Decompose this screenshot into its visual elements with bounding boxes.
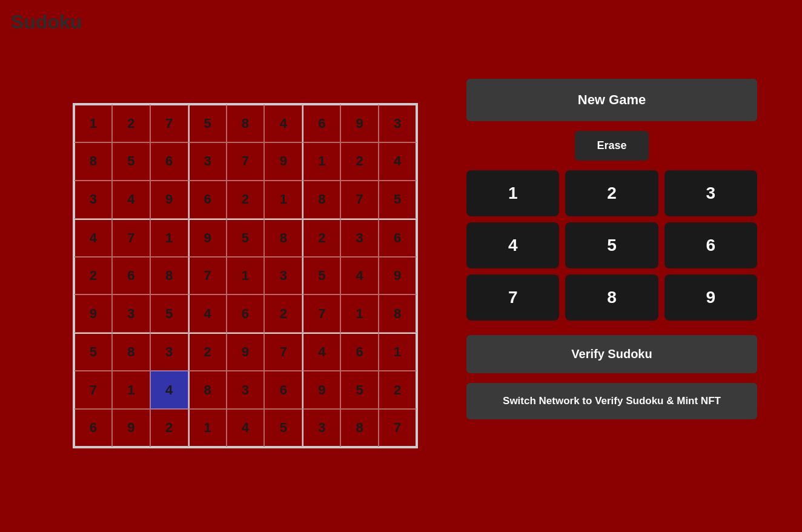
sudoku-cell[interactable]: 3: [74, 181, 112, 219]
sudoku-cell[interactable]: 6: [150, 142, 188, 181]
sudoku-cell[interactable]: 5: [74, 333, 112, 371]
sudoku-cell[interactable]: 5: [264, 409, 302, 447]
sudoku-cell[interactable]: 5: [150, 294, 188, 333]
sudoku-cell[interactable]: 6: [340, 333, 379, 371]
sudoku-cell[interactable]: 9: [150, 181, 188, 219]
sudoku-cell[interactable]: 1: [74, 104, 112, 142]
numpad-button-9[interactable]: 9: [664, 274, 757, 321]
sudoku-cell[interactable]: 5: [227, 219, 265, 257]
sudoku-cell[interactable]: 2: [340, 142, 379, 181]
sudoku-cell[interactable]: 9: [112, 409, 150, 447]
sudoku-cell[interactable]: 1: [150, 219, 188, 257]
sudoku-cell[interactable]: 5: [112, 142, 150, 181]
sudoku-cell[interactable]: 6: [74, 409, 112, 447]
sudoku-cell[interactable]: 4: [112, 181, 150, 219]
switch-network-button[interactable]: Switch Network to Verify Sudoku & Mint N…: [466, 383, 757, 419]
sudoku-cell[interactable]: 2: [74, 257, 112, 295]
numpad-button-1[interactable]: 1: [466, 170, 559, 216]
sudoku-cell[interactable]: 8: [264, 219, 302, 257]
sudoku-cell[interactable]: 7: [379, 409, 417, 447]
sudoku-cell[interactable]: 6: [379, 219, 417, 257]
sudoku-cell[interactable]: 7: [227, 142, 265, 181]
sudoku-cell[interactable]: 3: [264, 257, 302, 295]
sudoku-cell[interactable]: 3: [112, 294, 150, 333]
sudoku-cell[interactable]: 8: [74, 142, 112, 181]
sudoku-cell[interactable]: 2: [264, 294, 302, 333]
sudoku-cell[interactable]: 7: [112, 219, 150, 257]
numpad-button-5[interactable]: 5: [565, 222, 658, 268]
sudoku-cell[interactable]: 3: [302, 409, 340, 447]
sudoku-cell[interactable]: 3: [188, 142, 227, 181]
sudoku-cell[interactable]: 1: [227, 257, 265, 295]
sudoku-cell[interactable]: 8: [188, 371, 227, 409]
sudoku-cell[interactable]: 1: [302, 142, 340, 181]
sudoku-cell[interactable]: 4: [227, 409, 265, 447]
sudoku-grid: 1275846938563791243496218754719582362687…: [74, 104, 417, 447]
erase-button[interactable]: Erase: [575, 131, 648, 161]
sudoku-cell[interactable]: 6: [112, 257, 150, 295]
sudoku-grid-container: 1275846938563791243496218754719582362687…: [73, 103, 418, 448]
sudoku-cell[interactable]: 4: [379, 142, 417, 181]
new-game-button[interactable]: New Game: [466, 79, 757, 121]
numpad-button-2[interactable]: 2: [565, 170, 658, 216]
sudoku-cell[interactable]: 5: [379, 181, 417, 219]
sudoku-cell[interactable]: 3: [340, 219, 379, 257]
numpad-button-8[interactable]: 8: [565, 274, 658, 321]
sudoku-cell[interactable]: 7: [188, 257, 227, 295]
sudoku-cell[interactable]: 1: [264, 181, 302, 219]
sudoku-cell[interactable]: 1: [340, 294, 379, 333]
sudoku-cell[interactable]: 6: [188, 181, 227, 219]
verify-button[interactable]: Verify Sudoku: [466, 335, 757, 373]
sudoku-cell[interactable]: 7: [340, 181, 379, 219]
numpad-button-7[interactable]: 7: [466, 274, 559, 321]
sudoku-cell[interactable]: 4: [340, 257, 379, 295]
sudoku-cell[interactable]: 8: [302, 181, 340, 219]
sudoku-cell[interactable]: 7: [302, 294, 340, 333]
sudoku-cell[interactable]: 4: [74, 219, 112, 257]
sudoku-cell[interactable]: 1: [379, 333, 417, 371]
sudoku-cell[interactable]: 8: [112, 333, 150, 371]
sudoku-cell[interactable]: 6: [227, 294, 265, 333]
sudoku-cell[interactable]: 9: [227, 333, 265, 371]
numpad-button-6[interactable]: 6: [664, 222, 757, 268]
sudoku-cell[interactable]: 3: [227, 371, 265, 409]
sudoku-cell[interactable]: 9: [340, 104, 379, 142]
sudoku-cell[interactable]: 1: [188, 409, 227, 447]
sudoku-cell[interactable]: 4: [302, 333, 340, 371]
sudoku-cell[interactable]: 2: [227, 181, 265, 219]
numpad: 123456789: [466, 170, 757, 321]
numpad-button-3[interactable]: 3: [664, 170, 757, 216]
sudoku-cell[interactable]: 7: [264, 333, 302, 371]
sudoku-cell[interactable]: 4: [188, 294, 227, 333]
sudoku-cell[interactable]: 5: [302, 257, 340, 295]
sudoku-cell[interactable]: 7: [150, 104, 188, 142]
sudoku-cell[interactable]: 2: [302, 219, 340, 257]
sudoku-cell[interactable]: 3: [379, 104, 417, 142]
sudoku-cell[interactable]: 2: [150, 409, 188, 447]
sudoku-cell[interactable]: 9: [74, 294, 112, 333]
app-title: Sudoku: [11, 11, 82, 33]
sudoku-cell[interactable]: 8: [227, 104, 265, 142]
controls-panel: New Game Erase 123456789 Verify Sudoku S…: [466, 79, 757, 419]
sudoku-cell[interactable]: 9: [188, 219, 227, 257]
sudoku-cell[interactable]: 2: [188, 333, 227, 371]
sudoku-cell[interactable]: 6: [302, 104, 340, 142]
sudoku-cell[interactable]: 1: [112, 371, 150, 409]
sudoku-cell[interactable]: 8: [379, 294, 417, 333]
sudoku-cell[interactable]: 2: [379, 371, 417, 409]
sudoku-cell[interactable]: 6: [264, 371, 302, 409]
sudoku-cell[interactable]: 4: [264, 104, 302, 142]
sudoku-cell[interactable]: 7: [74, 371, 112, 409]
sudoku-cell[interactable]: 9: [379, 257, 417, 295]
sudoku-cell[interactable]: 5: [340, 371, 379, 409]
sudoku-cell[interactable]: 4: [150, 371, 188, 409]
sudoku-cell[interactable]: 2: [112, 104, 150, 142]
sudoku-cell[interactable]: 9: [264, 142, 302, 181]
sudoku-cell[interactable]: 8: [150, 257, 188, 295]
numpad-button-4[interactable]: 4: [466, 222, 559, 268]
sudoku-cell[interactable]: 9: [302, 371, 340, 409]
sudoku-cell[interactable]: 5: [188, 104, 227, 142]
sudoku-cell[interactable]: 3: [150, 333, 188, 371]
sudoku-cell[interactable]: 8: [340, 409, 379, 447]
